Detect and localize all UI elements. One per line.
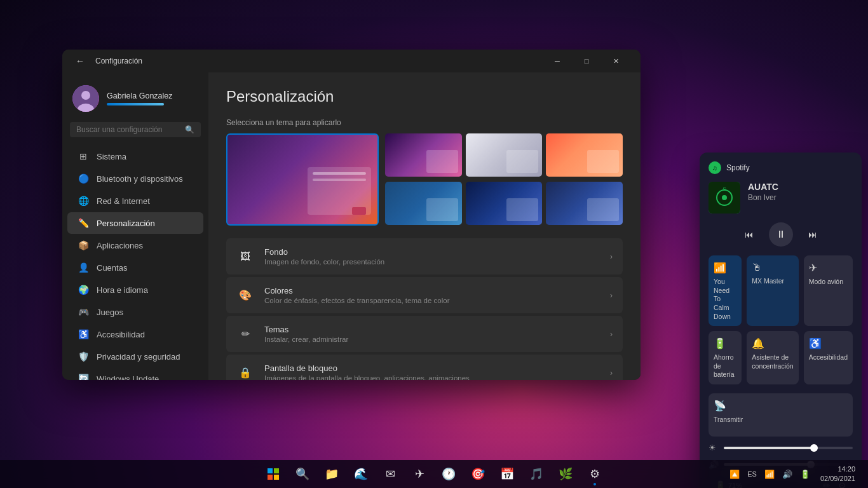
sidebar-item-privacidad[interactable]: 🛡️ Privacidad y seguridad: [67, 346, 203, 367]
taskbar-gmail-button[interactable]: ✉: [377, 461, 403, 487]
colores-subtitle: Color de énfasis, efectos de transparenc…: [264, 297, 600, 304]
transmit-label: Transmitir: [714, 416, 743, 424]
settings-item-fondo[interactable]: 🖼 Fondo Imagen de fondo, color, presenta…: [226, 238, 623, 274]
page-title: Personalización: [226, 88, 623, 105]
sidebar-item-windows_update[interactable]: 🔄 Windows Update: [67, 368, 203, 380]
taskbar-center: 🔍 📁 🌊 ✉ ✈ 🕐 🎯 📅 🎵 🌿 ⚙: [260, 461, 608, 487]
taskbar-volume-icon[interactable]: 🔊: [780, 467, 795, 482]
brightness-thumb[interactable]: [810, 444, 818, 452]
sidebar-item-cuentas[interactable]: 👤 Cuentas: [67, 257, 203, 278]
taskbar-telegram-button[interactable]: ✈: [406, 461, 433, 487]
brightness-slider-row: ☀: [709, 443, 853, 452]
taskbar-settings-button[interactable]: ⚙: [581, 461, 608, 487]
taskbar-spotify-button[interactable]: 🎵: [523, 461, 550, 487]
sidebar-item-red[interactable]: 🌐 Red & Internet: [67, 190, 203, 212]
play-pause-button[interactable]: ⏸: [769, 222, 793, 247]
taskbar-app8-button[interactable]: 🎯: [465, 461, 491, 487]
theme-preview-active[interactable]: [226, 133, 379, 226]
taskbar-chevron-icon[interactable]: 🔼: [727, 467, 742, 482]
user-name: Gabriela Gonzalez: [107, 92, 198, 100]
fondo-icon: 🖼: [236, 248, 254, 266]
theme-option-6[interactable]: [546, 182, 623, 225]
settings-window: ← Configuración ─ □ ✕ Gabriela Gonza: [62, 50, 641, 380]
prev-button[interactable]: ⏮: [740, 225, 759, 244]
sidebar-item-accesibilidad[interactable]: ♿ Accesibilidad: [67, 323, 203, 345]
taskbar-app11-button[interactable]: 🌿: [552, 461, 579, 487]
juegos-nav-icon: 🎮: [78, 306, 89, 318]
sidebar-item-sistema[interactable]: ⊞ Sistema: [67, 146, 203, 167]
spotify-logo: ♫: [709, 161, 721, 174]
settings-item-colores[interactable]: 🎨 Colores Color de énfasis, efectos de t…: [226, 277, 623, 313]
theme-option-4[interactable]: [385, 182, 462, 225]
mini-window-6: [587, 198, 619, 221]
quick-tile-battery-saver[interactable]: 🔋 Ahorro de batería: [709, 331, 742, 384]
mini-window-3: [587, 150, 619, 173]
mini-window-2: [506, 150, 538, 173]
taskbar-start-button[interactable]: [260, 461, 287, 487]
wifi-icon: 📶: [714, 262, 726, 274]
fondo-title: Fondo: [264, 247, 600, 257]
fondo-text: Fondo Imagen de fondo, color, presentaci…: [264, 247, 600, 266]
minimize-button[interactable]: ─: [543, 50, 572, 72]
colores-icon: 🎨: [236, 287, 254, 304]
taskbar-right: 🔼 ES 📶 🔊 🔋 14:20 02/09/2021: [727, 462, 868, 487]
taskbar-app7-button[interactable]: 🕐: [435, 461, 462, 487]
brightness-icon: ☀: [709, 443, 719, 452]
quick-tile-transmit[interactable]: 📡 Transmitir: [709, 393, 853, 437]
taskbar-files-button[interactable]: 📁: [318, 461, 345, 487]
bluetooth-nav-label: Bluetooth y dispositivos: [97, 174, 183, 184]
colores-arrow: ›: [610, 291, 613, 300]
svg-text:S: S: [722, 186, 726, 192]
album-art: S: [709, 182, 740, 214]
accessibility-icon: ♿: [809, 337, 822, 349]
back-button[interactable]: ←: [72, 53, 88, 69]
theme-option-2[interactable]: [466, 133, 543, 177]
maximize-button[interactable]: □: [572, 50, 601, 72]
search-icon: 🔍: [185, 125, 194, 134]
theme-option-3[interactable]: [546, 133, 623, 177]
sidebar-item-bluetooth[interactable]: 🔵 Bluetooth y dispositivos: [67, 168, 203, 189]
accesibilidad-nav-label: Accesibilidad: [97, 330, 145, 339]
taskbar-wifi-icon[interactable]: 📶: [762, 467, 777, 482]
aplicaciones-nav-label: Aplicaciones: [97, 241, 143, 250]
now-playing: S AUATC Bon Iver: [709, 182, 853, 214]
search-box[interactable]: 🔍: [70, 122, 201, 137]
mouse-icon: 🖱: [752, 262, 762, 273]
settings-item-temas[interactable]: ✏ Temas Instalar, crear, administrar ›: [226, 316, 623, 352]
quick-tile-wifi[interactable]: 📶 You Need ToCalm Down: [709, 255, 742, 326]
privacidad-nav-label: Privacidad y seguridad: [97, 352, 180, 362]
quick-tile-focus[interactable]: 🔔 Asistente de concentración: [747, 331, 798, 384]
search-input[interactable]: [76, 125, 180, 134]
theme-option-1[interactable]: [385, 133, 462, 177]
themes-small-grid: [385, 133, 623, 226]
next-button[interactable]: ⏭: [803, 225, 822, 244]
sidebar-item-aplicaciones[interactable]: 📦 Aplicaciones: [67, 234, 203, 256]
taskbar-search-button[interactable]: 🔍: [289, 461, 316, 487]
quick-tiles-grid: 📶 You Need ToCalm Down 🖱 MX Master ✈ Mod…: [709, 255, 853, 384]
taskbar-clock[interactable]: 14:20 02/09/2021: [815, 462, 860, 487]
quick-tile-mx-master[interactable]: 🖱 MX Master: [747, 255, 798, 326]
themes-row: [226, 133, 623, 226]
sidebar-item-personalizacion[interactable]: ✏️ Personalización: [67, 212, 203, 234]
quick-tile-accessibility[interactable]: ♿ Accesibilidad: [804, 331, 853, 384]
taskbar-time-display: 14:20: [820, 464, 855, 474]
fondo-subtitle: Imagen de fondo, color, presentación: [264, 258, 600, 266]
track-info: AUATC Bon Iver: [748, 182, 853, 202]
settings-item-pantalla_bloqueo[interactable]: 🔒 Pantalla de bloqueo Imágenes de la pan…: [226, 355, 623, 380]
theme-option-5[interactable]: [466, 182, 543, 225]
taskbar-battery-icon[interactable]: 🔋: [797, 467, 813, 482]
taskbar-edge-button[interactable]: 🌊: [348, 461, 374, 487]
close-button[interactable]: ✕: [601, 50, 630, 72]
brightness-slider[interactable]: [724, 447, 853, 449]
taskbar: 🔍 📁 🌊 ✉ ✈ 🕐 🎯 📅 🎵 🌿 ⚙ 🔼 ES 📶 🔊 🔋 14:20 0…: [0, 460, 868, 488]
hora-nav-icon: 🌍: [78, 284, 89, 295]
player-controls: ⏮ ⏸ ⏭: [709, 222, 853, 247]
hora-nav-label: Hora e idioma: [97, 285, 148, 295]
taskbar-app9-button[interactable]: 📅: [494, 461, 520, 487]
quick-tile-airplane[interactable]: ✈ Modo avión: [804, 255, 853, 326]
sidebar-item-juegos[interactable]: 🎮 Juegos: [67, 301, 203, 323]
user-profile: Gabriela Gonzalez: [62, 80, 208, 122]
airplane-icon: ✈: [809, 262, 817, 274]
sidebar-item-hora[interactable]: 🌍 Hora e idioma: [67, 279, 203, 301]
theme-section: Selecciona un tema para aplicarlo: [226, 118, 623, 226]
